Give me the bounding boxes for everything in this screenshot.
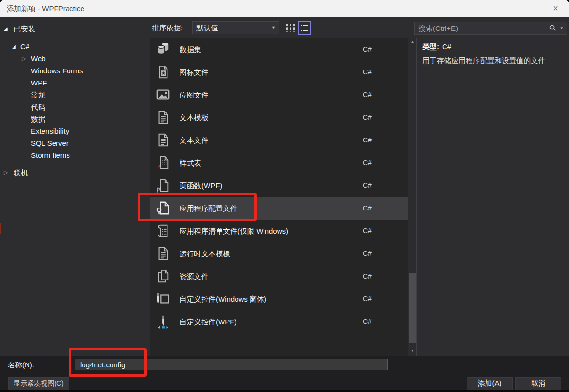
template-item[interactable]: 自定义控件(WPF)C#: [150, 310, 408, 333]
template-item[interactable]: 位图文件C#: [150, 84, 408, 106]
custom-control-wpf-icon: [156, 314, 170, 329]
template-name: 应用程序清单文件(仅限 Windows): [180, 220, 288, 242]
template-item[interactable]: 文本模板C#: [150, 106, 408, 129]
template-item[interactable]: 资源文件C#: [150, 265, 408, 288]
template-name: 样式表: [180, 152, 201, 174]
svg-text:fx: fx: [157, 186, 161, 193]
template-language: C#: [363, 152, 372, 174]
scrollbar-thumb[interactable]: [409, 273, 416, 343]
close-icon[interactable]: ×: [546, 0, 565, 16]
add-new-item-dialog: 添加新项 - WPFPractice × ◢ 已安装 ▷ 联机 ◢C#▷WebW…: [0, 0, 569, 392]
icon-file-icon: [156, 65, 170, 79]
category-label: Windows Forms: [31, 65, 83, 77]
search-input[interactable]: [415, 22, 549, 34]
runtime-text-template-icon: [156, 246, 170, 261]
grid-view-icon: [285, 22, 296, 34]
category-label: WPF: [31, 77, 47, 89]
template-name: 运行时文本模板: [180, 242, 230, 265]
search-icon[interactable]: [548, 24, 557, 32]
template-language: C#: [363, 310, 372, 333]
category-item[interactable]: 数据: [0, 113, 150, 125]
category-item[interactable]: ▷Web: [0, 53, 150, 65]
template-item[interactable]: A样式表C#: [150, 152, 408, 174]
bitmap-file-icon: [156, 87, 170, 102]
template-type: 类型:C#: [422, 42, 451, 52]
panel-divider: [416, 38, 417, 356]
search-box: ▼: [414, 22, 567, 35]
category-label: 代码: [31, 101, 45, 113]
type-value: C#: [442, 42, 451, 51]
stylesheet-icon: A: [156, 155, 170, 170]
scroll-up-icon[interactable]: ▲: [408, 38, 416, 46]
template-name: 位图文件: [180, 84, 208, 106]
template-item[interactable]: 图标文件C#: [150, 61, 408, 84]
custom-control-winforms-icon: [156, 292, 170, 306]
category-label: 已安装: [14, 23, 35, 35]
category-label: 联机: [14, 167, 28, 179]
name-label: 名称(N):: [8, 359, 34, 371]
template-item[interactable]: 文本文件C#: [150, 129, 408, 152]
category-item[interactable]: WPF: [0, 77, 150, 89]
template-item[interactable]: 数据集C#: [150, 38, 408, 61]
resource-file-icon: [156, 269, 170, 283]
category-item[interactable]: ◢C#: [0, 41, 150, 53]
template-item[interactable]: 应用程序清单文件(仅限 Windows)C#: [150, 220, 408, 242]
category-label: C#: [20, 41, 29, 53]
template-name: 文本模板: [180, 106, 208, 129]
template-language: C#: [363, 106, 372, 129]
template-language: C#: [363, 242, 372, 265]
category-item[interactable]: 代码: [0, 101, 150, 113]
template-language: C#: [363, 288, 372, 310]
category-item[interactable]: Windows Forms: [0, 65, 150, 77]
collapsed-arrow-icon: ▷: [22, 53, 26, 65]
category-label: 常规: [31, 89, 45, 101]
template-description: 用于存储应用程序配置和设置值的文件: [422, 56, 562, 66]
sort-dropdown[interactable]: 默认值 ▼: [192, 21, 279, 34]
template-name: 文本文件: [180, 129, 208, 152]
sidebar-item-online[interactable]: ▷ 联机: [0, 167, 150, 179]
category-item[interactable]: Extensibility: [0, 125, 150, 137]
template-language: C#: [363, 220, 372, 242]
category-tree: ◢ 已安装 ▷ 联机 ◢C#▷WebWindows FormsWPF常规代码数据…: [0, 17, 150, 356]
medium-icons-view-button[interactable]: [284, 22, 297, 34]
add-button[interactable]: 添加(A): [467, 377, 513, 390]
annotation-red-sliver: [0, 223, 1, 234]
small-icons-view-button[interactable]: [298, 21, 311, 35]
category-item[interactable]: Storm Items: [0, 149, 150, 161]
sort-dropdown-value: 默认值: [196, 22, 218, 34]
template-language: C#: [363, 38, 372, 61]
annotation-rectangle-selected-template: [138, 193, 257, 221]
svg-text:A: A: [157, 163, 161, 170]
type-label: 类型:: [422, 42, 439, 51]
app-manifest-icon: [156, 224, 170, 238]
category-item[interactable]: SQL Server: [0, 137, 150, 149]
dataset-icon: [156, 42, 170, 56]
scroll-down-icon[interactable]: ▼: [408, 347, 416, 355]
category-label: SQL Server: [31, 137, 69, 149]
sort-by-label: 排序依据:: [152, 21, 183, 34]
annotation-rectangle-name-field: [69, 348, 147, 377]
compact-view-button[interactable]: 显示紧凑视图(C): [8, 377, 69, 390]
sidebar-item-installed[interactable]: ◢ 已安装: [0, 23, 150, 35]
category-item[interactable]: 常规: [0, 89, 150, 101]
window-bottom-edge: [0, 390, 569, 392]
template-name: 资源文件: [180, 265, 208, 288]
titlebar: 添加新项 - WPFPractice ×: [0, 0, 569, 17]
template-name: 数据集: [180, 38, 201, 61]
list-scrollbar[interactable]: ▲ ▼: [408, 38, 416, 356]
expanded-arrow-icon: ◢: [12, 41, 16, 53]
chevron-down-icon: ▼: [271, 22, 276, 34]
template-item[interactable]: 自定义控件(Windows 窗体)C#: [150, 288, 408, 310]
template-item[interactable]: 运行时文本模板C#: [150, 242, 408, 265]
template-name: 自定义控件(WPF): [180, 310, 236, 333]
search-options-chevron-icon[interactable]: ▼: [560, 22, 564, 34]
category-label: Extensibility: [31, 125, 69, 137]
template-language: C#: [363, 174, 372, 197]
template-language: C#: [363, 265, 372, 288]
cancel-button[interactable]: 取消: [515, 377, 561, 390]
expanded-arrow-icon: ◢: [4, 23, 8, 35]
text-file-icon: [156, 133, 170, 147]
collapsed-arrow-icon: ▷: [4, 167, 8, 179]
template-language: C#: [363, 84, 372, 106]
page-function-icon: fx: [156, 178, 170, 193]
